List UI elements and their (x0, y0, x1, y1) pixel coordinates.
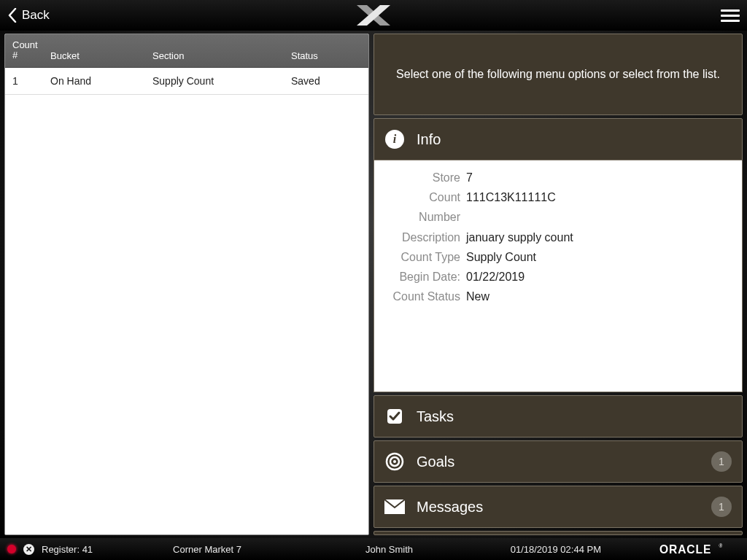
back-button[interactable]: Back (7, 8, 50, 23)
info-header[interactable]: i Info (374, 118, 743, 160)
messages-badge: 1 (711, 497, 732, 517)
checkbox-icon (384, 406, 405, 427)
menu-more-sliver[interactable] (374, 531, 743, 535)
field-count-type: Count TypeSupply Count (386, 247, 730, 267)
status-indicator-icon (7, 545, 16, 553)
info-icon: i (384, 129, 405, 149)
svg-point-5 (393, 460, 396, 463)
col-count-no: Count# (12, 40, 50, 61)
close-status-icon[interactable]: ✕ (23, 544, 34, 555)
info-body: Store7 Count Number111C13K11111C Descrip… (374, 160, 743, 392)
status-user: John Smith (365, 544, 413, 555)
instruction-banner: Select one of the following menu options… (374, 34, 743, 115)
cell-section: Supply Count (152, 75, 291, 87)
menu-tasks[interactable]: Tasks (374, 395, 743, 438)
chevron-left-icon (7, 8, 18, 23)
target-icon (384, 451, 405, 472)
status-register: Register: 41 (42, 544, 93, 555)
top-bar: Back (0, 0, 747, 31)
oracle-logo: ORACLE ® (659, 541, 740, 557)
info-section: i Info Store7 Count Number111C13K11111C … (374, 118, 743, 392)
field-store: Store7 (386, 168, 730, 187)
menu-goals[interactable]: Goals 1 (374, 440, 743, 483)
main-split: Count# Bucket Section Status 1 On Hand S… (0, 31, 747, 538)
field-begin-date: Begin Date:01/22/2019 (386, 267, 730, 287)
mail-icon (384, 497, 405, 517)
back-label: Back (22, 8, 50, 23)
col-bucket: Bucket (50, 40, 152, 61)
menu-tasks-label: Tasks (417, 408, 454, 425)
x-logo-icon (357, 5, 390, 26)
col-status: Status (291, 40, 361, 61)
detail-pane: Select one of the following menu options… (374, 34, 743, 535)
status-datetime: 01/18/2019 02:44 PM (511, 544, 601, 555)
svg-text:®: ® (719, 543, 723, 548)
menu-goals-label: Goals (417, 454, 454, 470)
goals-badge: 1 (711, 451, 732, 472)
table-empty-area (5, 95, 368, 534)
count-list-pane: Count# Bucket Section Status 1 On Hand S… (4, 34, 369, 535)
field-description: Descriptionjanuary supply count (386, 228, 730, 247)
app-logo (357, 5, 390, 26)
cell-status: Saved (291, 75, 361, 87)
field-count-status: Count StatusNew (386, 287, 730, 306)
cell-bucket: On Hand (50, 75, 152, 87)
menu-messages-label: Messages (417, 499, 483, 516)
app-root: Back Count# Bucket Section Status 1 On H… (0, 0, 747, 560)
status-store: Corner Market 7 (173, 544, 241, 555)
field-count-number: Count Number111C13K11111C (386, 187, 730, 227)
table-row[interactable]: 1 On Hand Supply Count Saved (5, 68, 368, 95)
col-section: Section (152, 40, 291, 61)
info-title: Info (417, 131, 441, 148)
svg-text:ORACLE: ORACLE (659, 543, 711, 556)
table-header: Count# Bucket Section Status (5, 34, 368, 68)
cell-count-no: 1 (12, 75, 50, 87)
status-bar: ✕ Register: 41 Corner Market 7 John Smit… (0, 538, 747, 560)
menu-messages[interactable]: Messages 1 (374, 486, 743, 528)
menu-button[interactable] (721, 7, 740, 25)
